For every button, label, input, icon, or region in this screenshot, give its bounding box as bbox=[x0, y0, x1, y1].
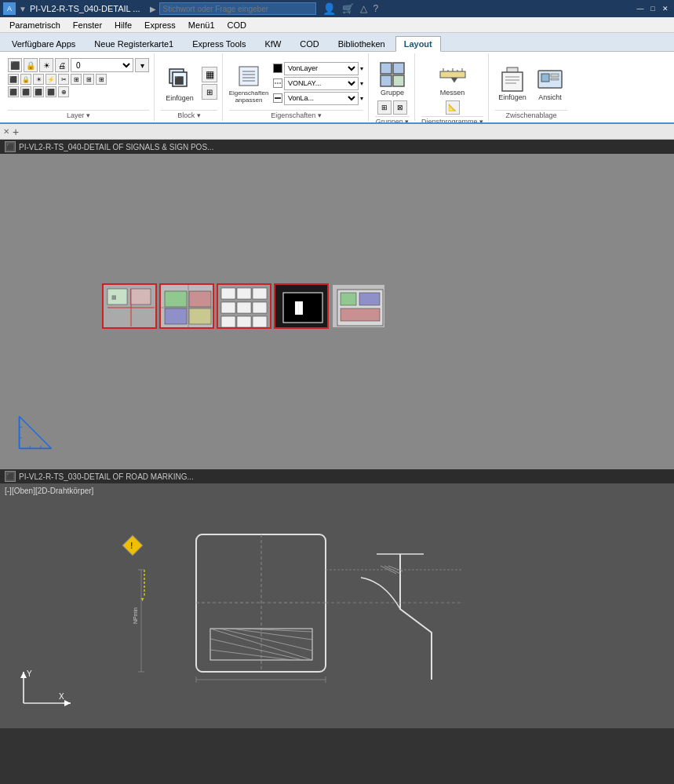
layer-select[interactable]: 0 bbox=[71, 58, 133, 72]
thumb-1-content: ▦ bbox=[104, 285, 155, 327]
layer-dropdown-btn[interactable]: ▾ bbox=[135, 58, 149, 72]
gruppen-group-label: Gruppen ▾ bbox=[375, 116, 410, 124]
svg-line-79 bbox=[210, 639, 303, 660]
color-select[interactable]: VonLayer bbox=[284, 62, 359, 75]
layer-btn-5[interactable]: ⬛ bbox=[8, 74, 19, 85]
tab-cod[interactable]: COD bbox=[291, 36, 327, 51]
title-bar-left: A ▼ PI-VL2-R-TS_040-DETAIL ... ▶ 👤 🛒 △ ? bbox=[3, 2, 378, 15]
menu-bar: Parametrisch Fenster Hilfe Express Menü1… bbox=[0, 17, 674, 33]
block-btn-2[interactable]: ⊞ bbox=[202, 84, 217, 100]
ribbon-group-gruppen: Gruppe ⊞ ⊠ Gruppen ▾ bbox=[370, 53, 415, 121]
search-input[interactable] bbox=[159, 2, 316, 15]
viewport-bottom-titlebar: ⬛ PI-VL2-R-TS_030-DETAIL OF ROAD MARKING… bbox=[0, 469, 674, 483]
thumbnail-3[interactable] bbox=[217, 283, 271, 329]
app-icon: A bbox=[3, 2, 16, 15]
tab-express-tools[interactable]: Express Tools bbox=[184, 36, 254, 51]
layer-btn-16[interactable]: ⬛ bbox=[46, 86, 56, 97]
thumbnail-1[interactable]: ▦ bbox=[102, 283, 157, 329]
menu-parametrisch[interactable]: Parametrisch bbox=[3, 19, 67, 31]
color-swatch bbox=[273, 64, 282, 73]
viewport-bottom-label: [-][Oben][2D-Drahtkörper] bbox=[5, 487, 93, 495]
svg-rect-47 bbox=[237, 302, 251, 313]
menu-hilfe[interactable]: Hilfe bbox=[108, 19, 138, 31]
menu-menu1[interactable]: Menü1 bbox=[182, 19, 221, 31]
tab-verfugbare-apps[interactable]: Verfügbare Apps bbox=[3, 36, 84, 51]
ansicht-label: Ansicht bbox=[538, 93, 562, 101]
svg-rect-33 bbox=[131, 289, 151, 304]
svg-rect-36 bbox=[165, 291, 187, 307]
layer-btn-17[interactable]: ⊕ bbox=[58, 86, 69, 97]
svg-rect-46 bbox=[221, 302, 235, 313]
svg-rect-14 bbox=[440, 71, 465, 78]
layer-btn-3[interactable]: ☀ bbox=[39, 58, 53, 72]
close-button[interactable]: ✕ bbox=[660, 3, 671, 14]
layer-btn-11[interactable]: ⊞ bbox=[83, 74, 94, 85]
menu-express[interactable]: Express bbox=[138, 19, 182, 31]
thumbnail-5[interactable] bbox=[331, 283, 386, 329]
svg-rect-39 bbox=[189, 308, 211, 324]
title-bar: A ▼ PI-VL2-R-TS_040-DETAIL ... ▶ 👤 🛒 △ ?… bbox=[0, 0, 674, 17]
menu-cod[interactable]: COD bbox=[221, 19, 253, 31]
svg-text:Y: Y bbox=[27, 669, 32, 678]
thumbnail-4[interactable]: ▐▌ bbox=[274, 283, 329, 329]
viewport-top-icon: ⬛ bbox=[5, 141, 16, 152]
ansicht-button[interactable]: Ansicht bbox=[533, 63, 567, 104]
ribbon-group-zwischenablage: Einfügen Ansicht Zwischenablage bbox=[490, 53, 572, 121]
layer-btn-9[interactable]: ✂ bbox=[58, 74, 69, 85]
thumb-5-content bbox=[333, 285, 384, 327]
layer-btn-2[interactable]: 🔒 bbox=[24, 58, 38, 72]
dienst-sub-btn-1[interactable]: 📐 bbox=[446, 100, 460, 115]
layer-btn-1[interactable]: ⬛ bbox=[8, 58, 22, 72]
svg-rect-57 bbox=[341, 293, 356, 305]
lineweight-select[interactable]: VonLa... bbox=[284, 92, 359, 105]
layer-btn-14[interactable]: ⬛ bbox=[20, 86, 31, 97]
layer-btn-8[interactable]: ⚡ bbox=[46, 74, 56, 85]
layer-btn-7[interactable]: ☀ bbox=[33, 74, 44, 85]
minimize-button[interactable]: — bbox=[635, 3, 646, 14]
linetype-select[interactable]: VONLAY... bbox=[284, 77, 359, 90]
gruppe-sub-btn-1[interactable]: ⊞ bbox=[377, 100, 392, 115]
layer-btn-15[interactable]: ⬛ bbox=[33, 86, 44, 97]
tab-neue-registerkarte[interactable]: Neue Registerkarte1 bbox=[86, 36, 182, 51]
layer-btn-13[interactable]: ⬛ bbox=[8, 86, 19, 97]
tab-kfw[interactable]: KfW bbox=[257, 36, 290, 51]
einfugen-button[interactable]: ⬛ Einfügen bbox=[161, 62, 199, 104]
layer-btn-10[interactable]: ⊞ bbox=[71, 74, 82, 85]
eigenschaften-btn[interactable]: Eigenschaftenanpassen bbox=[229, 60, 268, 106]
menu-fenster[interactable]: Fenster bbox=[67, 19, 108, 31]
maximize-button[interactable]: □ bbox=[647, 3, 658, 14]
layer-btn-4[interactable]: 🖨 bbox=[55, 58, 69, 72]
thumb-4-content: ▐▌ bbox=[275, 285, 327, 327]
gruppe-label: Gruppe bbox=[381, 89, 404, 97]
gruppe-button[interactable]: Gruppe bbox=[375, 58, 410, 99]
svg-rect-26 bbox=[541, 74, 549, 82]
einfugen2-button[interactable]: Einfügen bbox=[495, 63, 530, 104]
einfugen-label: Einfügen bbox=[166, 94, 194, 102]
svg-rect-32 bbox=[107, 289, 127, 304]
title-bar-controls: — □ ✕ bbox=[635, 3, 671, 14]
ribbon-group-layer: ⬛ 🔒 ☀ 🖨 0 ▾ ⬛ 🔒 ☀ ⚡ ✂ ⊞ ⊞ ⊞ bbox=[3, 53, 155, 121]
block-btn-1[interactable]: ▦ bbox=[202, 67, 217, 82]
svg-rect-3 bbox=[239, 67, 258, 86]
axis-indicator: X Y bbox=[16, 664, 78, 713]
thumb-3-content bbox=[218, 285, 270, 327]
layer-btn-12[interactable]: ⊞ bbox=[96, 74, 107, 85]
tab-bibliotheken[interactable]: Bibliotheken bbox=[330, 36, 394, 51]
gruppe-sub-btn-2[interactable]: ⊠ bbox=[393, 100, 407, 115]
ribbon: ⬛ 🔒 ☀ 🖨 0 ▾ ⬛ 🔒 ☀ ⚡ ✂ ⊞ ⊞ ⊞ bbox=[0, 52, 674, 124]
drawing-area-top[interactable]: ▦ bbox=[0, 154, 674, 469]
zwischenablage-group-label: Zwischenablage bbox=[495, 110, 567, 119]
layer-btn-6[interactable]: 🔒 bbox=[20, 74, 31, 85]
tab-add-btn[interactable]: + bbox=[13, 126, 19, 138]
drawing-area-bottom[interactable]: [-][Oben][2D-Drahtkörper] ! ▼ bbox=[0, 483, 674, 728]
ribbon-group-block: ⬛ Einfügen ▦ ⊞ Block ▾ bbox=[156, 53, 223, 121]
svg-text:▼: ▼ bbox=[140, 596, 145, 602]
svg-rect-50 bbox=[237, 316, 251, 327]
messen-button[interactable]: Messen bbox=[432, 58, 473, 99]
tab-close-btn[interactable]: ✕ bbox=[3, 127, 9, 136]
ribbon-tabs: Verfügbare Apps Neue Registerkarte1 Expr… bbox=[0, 33, 674, 52]
einfugen2-label: Einfügen bbox=[498, 93, 526, 101]
thumbnail-2[interactable] bbox=[159, 283, 214, 329]
svg-text:⬛: ⬛ bbox=[174, 75, 184, 86]
tab-layout[interactable]: Layout bbox=[395, 36, 441, 52]
